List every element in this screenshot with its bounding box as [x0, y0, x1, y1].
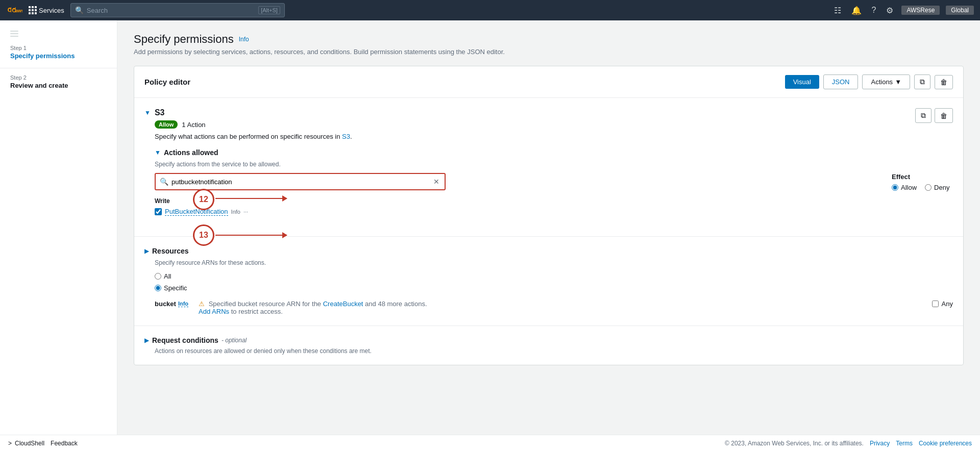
bell-icon-button[interactable]: 🔔 [849, 4, 864, 17]
services-button[interactable]: Services [29, 6, 64, 14]
footer: > CloudShell Feedback © 2023, Amazon Web… [0, 435, 980, 451]
putbucketnotification-label[interactable]: PutBucketNotification [165, 208, 228, 216]
effect-section: Effect Allow Deny [881, 173, 953, 191]
any-label[interactable]: Any [942, 300, 953, 308]
editor-actions: Visual JSON Actions ▼ ⧉ 🗑 [785, 74, 953, 89]
effect-radio-group: Allow Deny [892, 184, 953, 191]
actions-subtitle: Specify actions from the service to be a… [155, 161, 953, 168]
apps-icon-button[interactable]: ☷ [832, 4, 843, 17]
cloudshell-label: CloudShell [15, 440, 44, 447]
s3-title: S3 [155, 108, 165, 117]
copyright-text: © 2023, Amazon Web Services, Inc. or its… [725, 440, 864, 447]
chevron-down-icon: ▼ [895, 78, 901, 86]
policy-card-header: Policy editor Visual JSON Actions ▼ ⧉ 🗑 [134, 66, 963, 98]
resources-collapse-arrow[interactable]: ▶ [144, 247, 149, 255]
region-name: Global [951, 7, 969, 14]
and-more-text: and 48 more actions. [365, 300, 427, 308]
grid-icon [29, 6, 37, 14]
actions-allowed-title: Actions allowed [164, 148, 218, 157]
annotation-12: 12 [193, 189, 214, 210]
conditions-header: ▶ Request conditions - optional [144, 336, 953, 344]
s3-collapse-arrow[interactable]: ▼ [144, 109, 151, 116]
search-icon-sm: 🔍 [160, 178, 168, 186]
search-input[interactable] [87, 7, 255, 14]
user-name: AWSRese [906, 7, 935, 14]
bucket-warning: ⚠ Specified bucket resource ARN for the … [199, 300, 922, 315]
allow-badge: Allow [155, 120, 178, 129]
optional-text: - optional [222, 337, 247, 344]
conditions-collapse-arrow[interactable]: ▶ [144, 337, 149, 344]
privacy-link[interactable]: Privacy [870, 440, 890, 447]
actions-allowed-header: ▼ Actions allowed [155, 148, 953, 157]
restrict-text: to restrict access. [231, 308, 283, 315]
effect-allow-option[interactable]: Allow [892, 184, 917, 191]
resources-title: Resources [152, 247, 189, 255]
effect-allow-radio[interactable] [892, 184, 898, 191]
bucket-info-link[interactable]: Info [178, 300, 188, 307]
s3-header: ▼ S3 Allow 1 Action ⧉ 🗑 [144, 108, 953, 129]
effect-deny-radio[interactable] [925, 184, 932, 191]
warning-text: Specified bucket resource ARN for the [209, 300, 321, 308]
page-info-link[interactable]: Info [239, 36, 249, 43]
region-badge[interactable]: Global [946, 6, 974, 15]
actions-collapse-arrow[interactable]: ▼ [155, 149, 161, 156]
step2-label: Step 2 [10, 74, 107, 81]
all-resources-option[interactable]: All [155, 272, 953, 280]
effect-deny-label: Deny [934, 184, 949, 191]
s3-description: Specify what actions can be performed on… [155, 133, 953, 140]
sidebar-toggle-button[interactable] [0, 31, 29, 45]
copy-icon-button[interactable]: ⧉ [914, 74, 930, 89]
clear-search-button[interactable]: ✕ [432, 178, 440, 186]
conditions-subtitle: Actions on resources are allowed or deni… [155, 347, 953, 355]
search-bar[interactable]: 🔍 [Alt+S] [70, 3, 285, 17]
aws-logo[interactable]: aws [6, 5, 22, 15]
step2-title: Review and create [10, 82, 107, 89]
putbucketnotification-info-link[interactable]: Info [231, 209, 240, 215]
s3-link[interactable]: S3 [342, 133, 350, 140]
action-count: 1 Action [182, 121, 205, 129]
specific-label: Specific [164, 284, 187, 292]
sidebar-divider [0, 68, 117, 68]
json-button[interactable]: JSON [823, 74, 859, 89]
cookie-preferences-link[interactable]: Cookie preferences [919, 440, 972, 447]
action-search-input[interactable] [172, 178, 429, 186]
specific-resources-option[interactable]: Specific [155, 284, 953, 292]
step1-title: Specify permissions [10, 52, 107, 60]
s3-copy-button[interactable]: ⧉ [915, 108, 932, 123]
settings-icon-button[interactable]: ⚙ [884, 4, 895, 17]
footer-left: > CloudShell Feedback [8, 440, 78, 447]
terms-link[interactable]: Terms [896, 440, 913, 447]
delete-icon-button[interactable]: 🗑 [935, 75, 953, 89]
resources-radio-stack: All Specific [155, 272, 953, 292]
resources-header: ▶ Resources [144, 247, 953, 255]
sidebar-step1: Step 1 Specify permissions [0, 45, 117, 60]
search-icon: 🔍 [75, 6, 84, 14]
policy-editor-card: Policy editor Visual JSON Actions ▼ ⧉ 🗑 [134, 66, 964, 365]
feedback-button[interactable]: Feedback [51, 440, 78, 447]
putbucketnotification-checkbox[interactable] [155, 208, 162, 215]
add-arns-link[interactable]: Add ARNs [199, 308, 229, 315]
effect-deny-option[interactable]: Deny [925, 184, 949, 191]
any-checkbox[interactable] [932, 300, 939, 307]
all-radio[interactable] [155, 273, 161, 280]
page-title: Specify permissions [134, 33, 234, 46]
top-navigation: aws Services 🔍 [Alt+S] ☷ 🔔 ? ⚙ AWSRese G… [0, 0, 980, 20]
svg-text:aws: aws [15, 8, 22, 13]
arrow-12 [215, 198, 287, 199]
specific-radio[interactable] [155, 285, 161, 291]
search-actions-wrapper: 🔍 ✕ Write PutBucketNotification [155, 173, 953, 216]
actions-dropdown-button[interactable]: Actions ▼ [862, 74, 910, 89]
cloudshell-button[interactable]: > CloudShell [8, 440, 44, 447]
visual-button[interactable]: Visual [785, 75, 819, 89]
s3-title-row: ▼ S3 [144, 108, 206, 117]
page-header: Specify permissions Info Add permissions… [134, 33, 964, 56]
s3-delete-button[interactable]: 🗑 [935, 108, 953, 123]
help-icon-button[interactable]: ? [870, 4, 878, 17]
any-checkbox-area: Any [932, 300, 953, 308]
sidebar: Step 1 Specify permissions Step 2 Review… [0, 20, 117, 435]
user-badge[interactable]: AWSRese [901, 6, 940, 15]
conditions-title: Request conditions [152, 336, 218, 344]
create-bucket-link[interactable]: CreateBucket [323, 300, 363, 308]
content-area: 12 13 Specify permissions Info Add permi… [117, 20, 980, 435]
info-dots-icon: ··· [243, 209, 248, 215]
